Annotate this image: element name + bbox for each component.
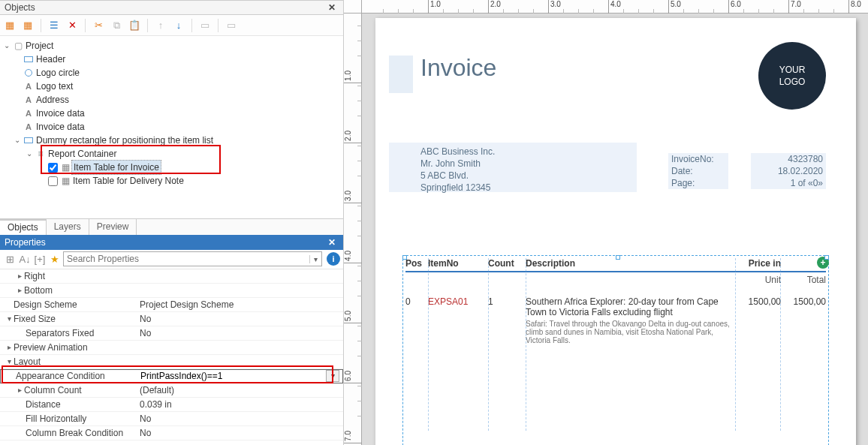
list-icon[interactable]: ☰ — [47, 19, 61, 32]
sort-az-icon[interactable]: A↓ — [18, 252, 32, 266]
up-arrow-icon[interactable]: ↑ — [154, 19, 167, 32]
tree-report-container[interactable]: Report Container — [47, 147, 116, 161]
prop-col-count-v[interactable]: (Default) — [140, 385, 343, 395]
tree-dummy-rect[interactable]: Dummy rectangle for positioning the item… — [35, 134, 213, 147]
properties-panel-title: Properties — [5, 237, 46, 248]
tree-logo-text[interactable]: Logo text — [35, 80, 73, 93]
copy-icon[interactable]: ⧉ — [110, 19, 123, 32]
tree-header[interactable]: Header — [35, 53, 65, 66]
expand-icon[interactable]: [+] — [33, 252, 47, 266]
prop-appearance-k[interactable]: Appearance Condition — [16, 371, 105, 381]
star-icon[interactable]: ★ — [48, 252, 62, 266]
prop-fixed-size-k[interactable]: Fixed Size — [14, 314, 56, 324]
tree-toggle[interactable]: ⌄ — [2, 39, 12, 53]
tab-layers[interactable]: Layers — [47, 219, 89, 235]
prop-separators-k[interactable]: Separators Fixed — [26, 328, 94, 338]
tab-preview[interactable]: Preview — [89, 219, 137, 235]
addr-line: Mr. John Smith — [420, 158, 637, 170]
prop-design-scheme-k[interactable]: Design Scheme — [14, 299, 77, 310]
prop-right[interactable]: Right — [24, 271, 45, 281]
resize-handle[interactable] — [402, 255, 407, 260]
th-desc: Description — [526, 258, 736, 269]
cell-total: 1500,00 — [781, 296, 826, 344]
circle-icon — [23, 69, 35, 77]
tree-item-invoice[interactable]: Item Table for Invoice — [71, 160, 161, 175]
tree-address[interactable]: Address — [35, 93, 69, 107]
text-icon — [23, 120, 35, 134]
addr-line: Springfield 12345 — [420, 182, 637, 194]
tree-checkbox-delivery[interactable] — [48, 176, 58, 186]
tool-c-icon[interactable]: ▭ — [198, 19, 212, 32]
close-icon[interactable]: ✕ — [325, 237, 339, 248]
prop-distance-v[interactable]: 0.039 in — [140, 399, 343, 410]
objects-panel-header: Objects ✕ — [0, 0, 343, 15]
resize-handle[interactable] — [824, 255, 829, 260]
tree-logo-circle[interactable]: Logo circle — [35, 66, 80, 80]
prop-separators-v[interactable]: No — [140, 328, 343, 338]
cut-icon[interactable]: ✂ — [92, 19, 105, 32]
prop-fixed-size-v[interactable]: No — [140, 314, 343, 324]
prop-col-break-k[interactable]: Column Break Condition — [26, 428, 123, 438]
logo-line2: LOGO — [779, 77, 806, 87]
objects-panel-tabs: Objects Layers Preview — [0, 218, 343, 235]
property-grid[interactable]: ▸Right ▸Bottom Design SchemeProject Desi… — [0, 269, 343, 446]
col-guide — [428, 258, 429, 431]
invoice-meta: InvoiceNo:4323780 Date:18.02.2020 Page:1… — [668, 153, 826, 189]
report-page[interactable]: Invoice YOURLOGO ABC Business Inc. Mr. J… — [375, 18, 856, 445]
tab-objects[interactable]: Objects — [0, 219, 47, 235]
design-canvas[interactable]: Invoice YOURLOGO ABC Business Inc. Mr. J… — [362, 14, 868, 445]
delete-icon[interactable]: ✕ — [65, 19, 79, 32]
search-input[interactable] — [64, 254, 309, 264]
close-icon[interactable]: ✕ — [325, 2, 339, 13]
th-price: Price in — [736, 258, 781, 269]
col-guide — [488, 258, 489, 431]
sort-categ-icon[interactable]: ⊞ — [3, 252, 17, 266]
table-icon — [59, 174, 71, 188]
info-icon[interactable]: i — [327, 252, 340, 266]
tree-item-delivery[interactable]: Item Table for Delivery Note — [71, 174, 184, 188]
prop-layout[interactable]: Layout — [14, 356, 41, 367]
table-header-row: Pos ItemNo Count Description Price in — [405, 258, 826, 272]
cell-pos: 0 — [405, 296, 428, 344]
text-icon — [23, 80, 35, 93]
dropdown-icon[interactable]: ▾ — [326, 370, 339, 382]
prop-col-count-k[interactable]: Column Count — [24, 385, 82, 395]
page-icon: ▢ — [12, 39, 24, 53]
tree-toggle[interactable]: ⌄ — [24, 147, 35, 161]
grid-b-icon[interactable]: ▦ — [21, 19, 35, 32]
ruler-vertical[interactable]: 1.02.03.04.05.06.07.0 — [344, 14, 362, 445]
ruler-horizontal[interactable]: 1.02.03.04.05.06.07.08.0 — [362, 0, 868, 14]
down-arrow-icon[interactable]: ↓ — [172, 19, 185, 32]
th-count: Count — [488, 258, 526, 269]
meta-invno-v: 4323780 — [751, 153, 826, 165]
address-block: ABC Business Inc. Mr. John Smith 5 ABC B… — [389, 143, 637, 192]
tree-checkbox-invoice[interactable] — [48, 163, 58, 173]
meta-invno-k: InvoiceNo: — [668, 153, 728, 165]
grid-a-icon[interactable]: ▦ — [3, 19, 17, 32]
item-table[interactable]: + Pos ItemNo Count Description Price in … — [405, 258, 826, 344]
tree-toggle[interactable]: ⌄ — [12, 134, 23, 147]
tree-invdata2[interactable]: Invoice data — [35, 120, 85, 134]
text-icon — [23, 93, 35, 107]
logo-line1: YOUR — [779, 65, 806, 75]
tree-root[interactable]: Project — [24, 39, 53, 53]
desc-sub: Safari: Travel through the Okavango Delt… — [526, 320, 736, 344]
prop-preview-anim[interactable]: Preview Animation — [14, 342, 88, 353]
tree-invdata1[interactable]: Invoice data — [35, 107, 85, 120]
appearance-input[interactable] — [140, 371, 324, 381]
dropdown-icon[interactable]: ▾ — [309, 255, 321, 263]
resize-handle[interactable] — [616, 255, 620, 260]
prop-bottom[interactable]: Bottom — [24, 285, 53, 296]
meta-date-v: 18.02.2020 — [751, 165, 826, 177]
paste-icon[interactable]: 📋 — [128, 19, 141, 32]
tool-d-icon[interactable]: ▭ — [225, 19, 238, 32]
cell-desc: Southern Africa Explorer: 20-day tour fr… — [526, 296, 736, 344]
prop-fill-h-k[interactable]: Fill Horizontally — [26, 413, 86, 424]
properties-panel-header: Properties ✕ — [0, 235, 343, 250]
object-tree[interactable]: ⌄▢Project Header Logo circle Logo text A… — [0, 36, 343, 218]
prop-distance-k[interactable]: Distance — [26, 399, 61, 410]
addr-line: 5 ABC Blvd. — [420, 170, 637, 182]
prop-col-break-v[interactable]: No — [140, 428, 343, 438]
prop-design-scheme-v[interactable]: Project Design Scheme — [140, 299, 343, 310]
prop-fill-h-v[interactable]: No — [140, 413, 343, 424]
